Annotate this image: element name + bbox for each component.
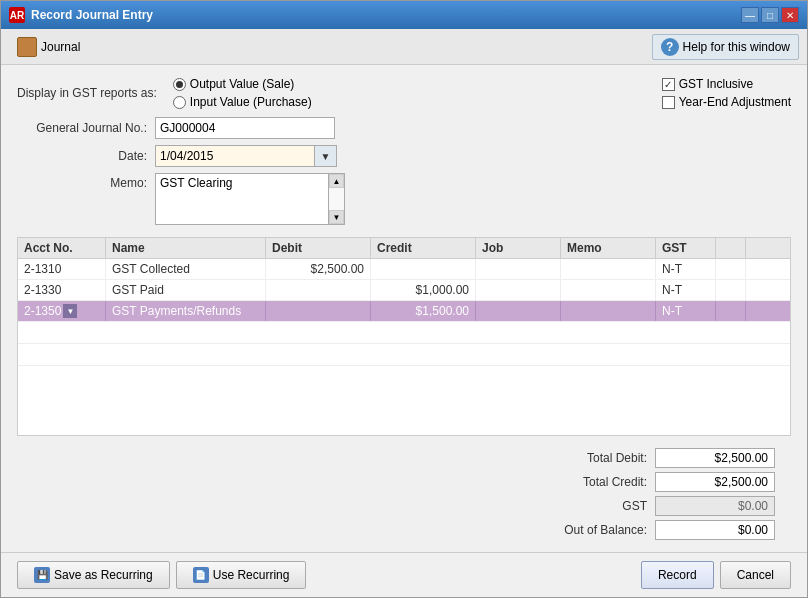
scroll-up-button[interactable]: ▲: [329, 174, 344, 188]
radio-group: Output Value (Sale) Input Value (Purchas…: [173, 77, 312, 109]
journal-no-input[interactable]: [155, 117, 335, 139]
cell-name: GST Payments/Refunds: [106, 301, 266, 321]
cell-job: [476, 301, 561, 321]
cell-credit: $1,500.00: [371, 301, 476, 321]
date-picker-button[interactable]: ▼: [315, 145, 337, 167]
cell-debit: [266, 280, 371, 300]
cell-acct: 2-1350 ▼: [18, 301, 106, 321]
record-button[interactable]: Record: [641, 561, 714, 589]
date-input[interactable]: [155, 145, 315, 167]
title-icon: AR: [9, 7, 25, 23]
total-debit-label: Total Debit:: [527, 451, 647, 465]
col-header-memo: Memo: [561, 238, 656, 258]
cancel-label: Cancel: [737, 568, 774, 582]
cell-credit: $1,000.00: [371, 280, 476, 300]
gst-value: [655, 496, 775, 516]
journal-menu-item[interactable]: Journal: [9, 35, 88, 59]
output-value-label: Output Value (Sale): [190, 77, 295, 91]
table-row[interactable]: 2-1330 GST Paid $1,000.00 N-T: [18, 280, 790, 301]
table-row-empty[interactable]: [18, 322, 790, 344]
cell-job: [476, 259, 561, 279]
cell-debit: [266, 301, 371, 321]
journal-table: Acct No. Name Debit Credit Job Memo GST …: [17, 237, 791, 436]
title-bar: AR Record Journal Entry — □ ✕: [1, 1, 807, 29]
use-recurring-button[interactable]: 📄 Use Recurring: [176, 561, 307, 589]
right-buttons: Record Cancel: [641, 561, 791, 589]
memo-scrollbar: ▲ ▼: [329, 173, 345, 225]
help-label: Help for this window: [683, 40, 790, 54]
cancel-button[interactable]: Cancel: [720, 561, 791, 589]
cell-gst: N-T: [656, 280, 716, 300]
total-credit-label: Total Credit:: [527, 475, 647, 489]
close-button[interactable]: ✕: [781, 7, 799, 23]
minimize-button[interactable]: —: [741, 7, 759, 23]
cell-extra: [716, 280, 746, 300]
table-header: Acct No. Name Debit Credit Job Memo GST: [18, 238, 790, 259]
cell-extra: [716, 301, 746, 321]
cell-debit: $2,500.00: [266, 259, 371, 279]
table-row[interactable]: 2-1310 GST Collected $2,500.00 N-T: [18, 259, 790, 280]
totals-section: Total Debit: Total Credit: GST Out of Ba…: [17, 448, 791, 540]
cell-extra: [716, 259, 746, 279]
col-header-gst: GST: [656, 238, 716, 258]
col-header-name: Name: [106, 238, 266, 258]
table-row-selected[interactable]: 2-1350 ▼ GST Payments/Refunds $1,500.00 …: [18, 301, 790, 322]
col-header-acct: Acct No.: [18, 238, 106, 258]
checkbox-group: ✓ GST Inclusive Year-End Adjustment: [662, 77, 791, 109]
date-row: Date: ▼: [17, 145, 791, 167]
help-button[interactable]: ? Help for this window: [652, 34, 799, 60]
scroll-track: [329, 188, 344, 210]
gst-total-label: GST: [527, 499, 647, 513]
cell-name: GST Paid: [106, 280, 266, 300]
out-of-balance-row: Out of Balance:: [527, 520, 775, 540]
table-row-empty[interactable]: [18, 344, 790, 366]
cell-credit: [371, 259, 476, 279]
input-radio-btn[interactable]: [173, 96, 186, 109]
date-wrapper: ▼: [155, 145, 337, 167]
col-header-debit: Debit: [266, 238, 371, 258]
gst-inclusive-label: GST Inclusive: [679, 77, 753, 91]
title-text: Record Journal Entry: [31, 8, 735, 22]
total-credit-row: Total Credit:: [527, 472, 775, 492]
toolbar: Journal ? Help for this window: [1, 29, 807, 65]
scroll-down-button[interactable]: ▼: [329, 210, 344, 224]
gst-inclusive-checkbox[interactable]: ✓ GST Inclusive: [662, 77, 791, 91]
use-recurring-icon: 📄: [193, 567, 209, 583]
output-radio-btn[interactable]: [173, 78, 186, 91]
memo-input[interactable]: GST Clearing: [155, 173, 329, 225]
year-end-box[interactable]: [662, 96, 675, 109]
output-value-radio[interactable]: Output Value (Sale): [173, 77, 312, 91]
record-label: Record: [658, 568, 697, 582]
save-recurring-button[interactable]: 💾 Save as Recurring: [17, 561, 170, 589]
total-debit-row: Total Debit:: [527, 448, 775, 468]
cell-memo: [561, 301, 656, 321]
form-section: General Journal No.: Date: ▼ Memo: GST C…: [17, 117, 791, 225]
gst-row: GST: [527, 496, 775, 516]
cell-memo: [561, 280, 656, 300]
journal-label: Journal: [41, 40, 80, 54]
cell-acct: 2-1330: [18, 280, 106, 300]
left-buttons: 💾 Save as Recurring 📄 Use Recurring: [17, 561, 306, 589]
year-end-checkbox[interactable]: Year-End Adjustment: [662, 95, 791, 109]
memo-wrapper: GST Clearing ▲ ▼: [155, 173, 345, 225]
use-recurring-label: Use Recurring: [213, 568, 290, 582]
maximize-button[interactable]: □: [761, 7, 779, 23]
cell-memo: [561, 259, 656, 279]
gst-inclusive-box[interactable]: ✓: [662, 78, 675, 91]
journal-no-row: General Journal No.:: [17, 117, 791, 139]
date-label: Date:: [17, 149, 147, 163]
cell-acct: 2-1310: [18, 259, 106, 279]
help-icon: ?: [661, 38, 679, 56]
cell-gst: N-T: [656, 301, 716, 321]
memo-label: Memo:: [17, 173, 147, 190]
input-value-radio[interactable]: Input Value (Purchase): [173, 95, 312, 109]
out-of-balance-label: Out of Balance:: [527, 523, 647, 537]
cell-gst: N-T: [656, 259, 716, 279]
input-value-label: Input Value (Purchase): [190, 95, 312, 109]
total-credit-value: [655, 472, 775, 492]
dropdown-arrow-icon[interactable]: ▼: [63, 304, 77, 318]
save-recurring-label: Save as Recurring: [54, 568, 153, 582]
title-controls: — □ ✕: [741, 7, 799, 23]
journal-no-label: General Journal No.:: [17, 121, 147, 135]
display-section: Display in GST reports as: Output Value …: [17, 77, 312, 109]
